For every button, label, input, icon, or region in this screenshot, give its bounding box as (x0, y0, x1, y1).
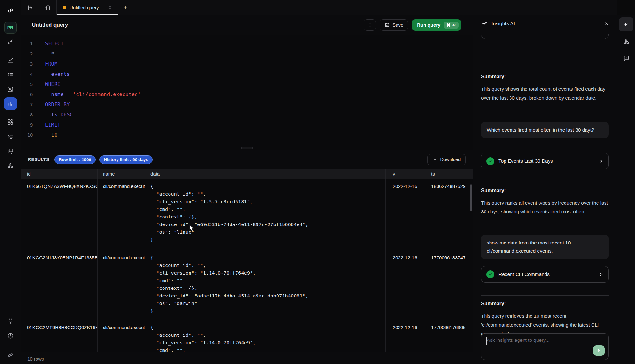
save-label: Save (392, 22, 403, 28)
send-button[interactable] (593, 345, 605, 356)
run-query-label: Run query (417, 22, 440, 28)
table-row[interactable]: 01KGG2N1J3Y0ENP1R4F1335BNH cli/command.e… (21, 250, 473, 320)
sparkles-icon (481, 20, 488, 27)
column-header-id[interactable]: id (21, 169, 98, 179)
editor-line: 8 ts DESC (21, 110, 473, 120)
column-header-name[interactable]: name (98, 169, 145, 179)
workflow-icon[interactable] (4, 159, 17, 172)
status-bar: 10 rows (21, 352, 473, 364)
tab-untitled-query[interactable]: Untitled query (57, 0, 118, 15)
query-header: Untitled query Save Run query ⌘ ↵ (21, 15, 473, 35)
table-row[interactable]: 01K66TQNZA3WFBQ8XN2KXSG4CJ cli/command.e… (21, 179, 473, 250)
suggested-query-card[interactable]: Top Events Last 30 Days (481, 153, 609, 169)
splitter-handle[interactable] (241, 147, 253, 149)
schema-tree-rail-icon[interactable] (619, 34, 633, 48)
more-options-button[interactable] (364, 19, 376, 31)
cell-ts: 1770066183747 (425, 250, 473, 320)
main-area: Untitled query + Untitled query (21, 0, 473, 364)
tab-bar: Untitled query + (21, 0, 473, 15)
cell-name: cli/command.executed (98, 250, 145, 320)
divider (481, 182, 609, 182)
check-icon (486, 157, 494, 165)
divider (481, 295, 609, 296)
suggested-query-card[interactable]: Recent CLI Commands (481, 266, 609, 283)
panel-top-strip (473, 0, 617, 15)
results-table: id name data v ts 01K66TQNZA3WFBQ8XN2KXS… (21, 169, 473, 352)
workspace-badge[interactable]: PR (4, 22, 17, 34)
event-list-icon[interactable] (4, 68, 17, 81)
line-number: 3 (21, 59, 36, 69)
run-query-button[interactable]: Run query ⌘ ↵ (412, 19, 461, 31)
editor-line: 10 10 (21, 130, 473, 140)
cell-id: 01KGG2N1J3Y0ENP1R4F1335BNH (21, 250, 98, 320)
play-icon[interactable] (598, 159, 603, 164)
user-message-bubble: Which events fired most often in the las… (481, 122, 609, 138)
left-sidebar: PR (0, 0, 21, 364)
card-label: Top Events Last 30 Days (498, 158, 594, 164)
cell-data: { "account_id": "", "cli_version": "1.5.… (145, 179, 386, 250)
line-number: 7 (21, 100, 36, 110)
row-limit-badge[interactable]: Row limit : 1000 (54, 155, 96, 164)
new-tab-button[interactable]: + (118, 0, 133, 15)
table-header-row: id name data v ts (21, 169, 473, 179)
history-limit-badge[interactable]: History limit : 90 days (99, 155, 153, 164)
unsaved-dot-icon (63, 6, 66, 9)
line-number: 9 (21, 120, 36, 130)
table-scrollbar-thumb[interactable] (470, 184, 472, 211)
insights-header: Insights AI (473, 15, 617, 32)
column-header-ts[interactable]: ts (425, 169, 473, 179)
explore-data-icon[interactable] (4, 83, 17, 95)
right-icon-rail (617, 15, 635, 364)
close-panel-icon[interactable] (604, 21, 609, 26)
chat-icon[interactable] (4, 145, 17, 157)
integrations-plug-icon[interactable] (4, 315, 17, 328)
sidebar-divider (6, 51, 15, 51)
run-shortcut-badge: ⌘ ↵ (444, 22, 459, 29)
editor-line: 4 events (21, 69, 473, 79)
help-icon[interactable] (4, 329, 17, 342)
summary-label: Summary: (481, 74, 506, 80)
summary-label: Summary: (481, 301, 506, 307)
summary-text: This query shows the total count of even… (481, 85, 609, 102)
trends-icon[interactable] (4, 54, 17, 66)
table-row[interactable]: 01KGG2MT9H8H8CCDQ0ZK16BEPP cli/command.e… (21, 320, 473, 352)
tab-label: Untitled query (70, 5, 104, 10)
sql-editor[interactable]: 1SELECT 2 * 3FROM 4 events 5WHERE 6 name… (21, 35, 473, 146)
home-icon[interactable] (39, 0, 57, 15)
user-message-bubble: show me data from the most recent 10 cli… (481, 235, 609, 259)
feedback-rail-icon[interactable] (619, 51, 633, 65)
divider (481, 68, 609, 68)
scrolled-card-remnant (481, 34, 609, 39)
terminal-icon[interactable] (4, 130, 17, 143)
insights-panel: Insights AI Summary: This query shows th… (473, 0, 617, 364)
download-label: Download (440, 157, 461, 162)
sidebar-bottom-group (0, 315, 21, 364)
insights-title: Insights AI (491, 21, 515, 27)
column-header-data[interactable]: data (145, 169, 386, 179)
cell-name: cli/command.executed (98, 179, 145, 250)
save-button[interactable]: Save (380, 19, 408, 31)
cell-data: { "account_id": "", "cli_version": "1.14… (145, 250, 386, 320)
line-number: 10 (21, 130, 36, 140)
download-button[interactable]: Download (427, 154, 466, 165)
line-number: 2 (21, 49, 36, 59)
agent-query-input[interactable] (487, 337, 589, 343)
line-number: 6 (21, 89, 36, 100)
apps-icon[interactable] (4, 115, 17, 128)
query-builder-icon[interactable] (4, 97, 17, 110)
results-section: RESULTS Row limit : 1000 History limit :… (21, 150, 473, 364)
insights-ai-rail-icon[interactable] (619, 17, 633, 31)
cell-id: 01KGG2MT9H8H8CCDQ0ZK16BEPP (21, 320, 98, 352)
tab-close-icon[interactable] (107, 5, 113, 10)
collapse-sidebar-icon[interactable] (21, 0, 39, 15)
line-number: 1 (21, 39, 36, 49)
row-count: 10 rows (27, 356, 44, 361)
app-window: PR (0, 0, 635, 364)
column-header-v[interactable]: v (386, 169, 425, 179)
summary-label: Summary: (481, 188, 506, 193)
line-number: 4 (21, 69, 36, 79)
api-keys-icon[interactable] (4, 36, 17, 48)
play-icon[interactable] (598, 272, 603, 277)
cell-id: 01K66TQNZA3WFBQ8XN2KXSG4CJ (21, 179, 98, 250)
agent-input-box[interactable] (481, 333, 609, 360)
